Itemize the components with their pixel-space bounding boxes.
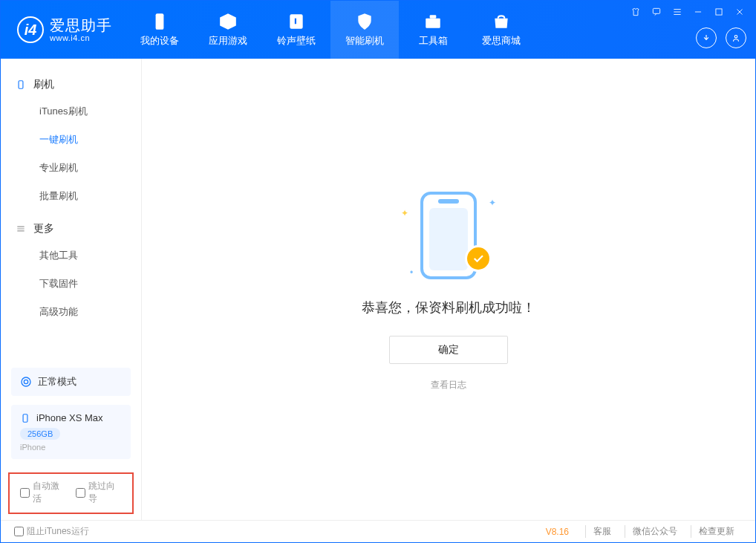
bottom-checks-highlighted: 自动激活 跳过向导 — [8, 472, 134, 514]
sidebar-head-label: 更多 — [33, 222, 54, 235]
tab-apps[interactable]: 应用游戏 — [194, 1, 262, 59]
device-name: iPhone XS Max — [36, 412, 103, 423]
footer: 阻止iTunes运行 V8.16 客服 微信公众号 检查更新 — [1, 520, 755, 542]
svg-rect-7 — [19, 81, 23, 89]
sidebar-item-advanced[interactable]: 高级功能 — [1, 298, 141, 326]
svg-point-9 — [22, 377, 30, 386]
sidebar-item-itunes[interactable]: iTunes刷机 — [1, 97, 141, 126]
sparkle-icon: ✦ — [489, 198, 496, 208]
tshirt-icon[interactable] — [629, 5, 642, 19]
tab-label: 铃声壁纸 — [277, 34, 316, 48]
device-name-row: iPhone XS Max — [20, 412, 122, 423]
svg-rect-4 — [653, 8, 659, 13]
check-label: 跳过向导 — [88, 480, 123, 505]
svg-point-6 — [734, 36, 737, 39]
success-illustration: ✦ ✦ • — [397, 187, 501, 284]
sidebar: 刷机 iTunes刷机 一键刷机 专业刷机 批量刷机 更多 其他工具 下载固件 … — [1, 59, 142, 520]
sidebar-more-section: 更多 其他工具 下载固件 高级功能 — [1, 216, 141, 332]
version-label: V8.16 — [546, 527, 569, 537]
app-header: i4 爱思助手 www.i4.cn 我的设备 应用游戏 铃声壁纸 智能刷机 工具… — [1, 1, 755, 59]
main-tabs: 我的设备 应用游戏 铃声壁纸 智能刷机 工具箱 爱思商城 — [126, 1, 535, 59]
tab-label: 智能刷机 — [345, 34, 384, 48]
body: 刷机 iTunes刷机 一键刷机 专业刷机 批量刷机 更多 其他工具 下载固件 … — [1, 59, 755, 520]
store-icon — [492, 12, 511, 31]
footer-service-link[interactable]: 客服 — [585, 525, 619, 538]
device-capacity: 256GB — [20, 428, 60, 440]
svg-rect-0 — [156, 13, 164, 30]
cube-icon — [218, 12, 238, 31]
svg-rect-5 — [716, 9, 722, 15]
view-log-link[interactable]: 查看日志 — [431, 379, 466, 391]
checkbox[interactable] — [20, 488, 30, 498]
shield-icon — [355, 12, 374, 31]
list-icon — [16, 224, 26, 234]
device-mode-label: 正常模式 — [38, 375, 76, 388]
check-badge-icon — [465, 245, 492, 272]
maximize-icon[interactable] — [712, 5, 726, 19]
check-label: 自动激活 — [33, 480, 67, 505]
phone-icon — [16, 79, 26, 90]
header-right — [629, 1, 746, 59]
check-block-itunes[interactable]: 阻止iTunes运行 — [14, 525, 89, 538]
check-label: 阻止iTunes运行 — [27, 525, 89, 538]
music-icon — [287, 12, 306, 31]
svg-rect-2 — [426, 19, 440, 28]
sidebar-head-label: 刷机 — [33, 78, 54, 91]
header-actions — [696, 27, 746, 48]
menu-icon[interactable] — [671, 5, 684, 19]
sidebar-head-flash: 刷机 — [1, 72, 141, 97]
sidebar-item-oneclick[interactable]: 一键刷机 — [1, 126, 141, 154]
sidebar-item-other[interactable]: 其他工具 — [1, 241, 141, 270]
mode-icon — [20, 376, 32, 388]
user-icon[interactable] — [726, 27, 746, 48]
tab-ringtones[interactable]: 铃声壁纸 — [262, 1, 330, 59]
ok-button[interactable]: 确定 — [389, 336, 508, 364]
sidebar-item-firmware[interactable]: 下载固件 — [1, 270, 141, 298]
sidebar-item-pro[interactable]: 专业刷机 — [1, 154, 141, 182]
sidebar-item-batch[interactable]: 批量刷机 — [1, 182, 141, 210]
logo-icon: i4 — [17, 16, 44, 43]
footer-wechat-link[interactable]: 微信公众号 — [625, 525, 685, 538]
svg-rect-10 — [23, 414, 27, 422]
toolbox-icon — [423, 12, 443, 31]
download-icon[interactable] — [696, 27, 717, 48]
tab-label: 爱思商城 — [482, 34, 521, 48]
check-skip-guide[interactable]: 跳过向导 — [76, 480, 123, 505]
app-name-en: www.i4.cn — [50, 33, 112, 42]
device-type: iPhone — [20, 443, 122, 452]
tab-toolbox[interactable]: 工具箱 — [399, 1, 467, 59]
logo-text: 爱思助手 www.i4.cn — [50, 17, 112, 42]
checkbox[interactable] — [14, 527, 24, 536]
minimize-icon[interactable] — [691, 5, 705, 19]
window-controls — [629, 5, 746, 19]
tab-store[interactable]: 爱思商城 — [467, 1, 535, 59]
sidebar-head-more: 更多 — [1, 216, 141, 241]
tab-label: 我的设备 — [140, 34, 179, 48]
svg-rect-3 — [430, 15, 437, 18]
tab-label: 应用游戏 — [209, 34, 247, 48]
device-mode-box[interactable]: 正常模式 — [11, 368, 131, 396]
sparkle-icon: • — [410, 267, 413, 278]
svg-point-8 — [24, 380, 27, 383]
logo[interactable]: i4 爱思助手 www.i4.cn — [1, 16, 126, 43]
tab-my-device[interactable]: 我的设备 — [126, 1, 194, 59]
checkbox[interactable] — [76, 488, 85, 498]
footer-update-link[interactable]: 检查更新 — [691, 525, 742, 538]
device-phone-icon — [20, 413, 30, 423]
success-title: 恭喜您，保资料刷机成功啦！ — [362, 299, 535, 316]
sidebar-flash-section: 刷机 iTunes刷机 一键刷机 专业刷机 批量刷机 — [1, 72, 141, 216]
device-icon — [150, 12, 169, 31]
close-icon[interactable] — [733, 5, 746, 19]
feedback-icon[interactable] — [650, 5, 663, 19]
app-name-cn: 爱思助手 — [50, 17, 112, 33]
sparkle-icon: ✦ — [401, 208, 408, 218]
device-detail-box[interactable]: iPhone XS Max 256GB iPhone — [11, 405, 131, 459]
tab-label: 工具箱 — [419, 34, 448, 48]
tab-smart-flash[interactable]: 智能刷机 — [330, 1, 399, 59]
check-auto-activate[interactable]: 自动激活 — [20, 480, 67, 505]
main-content: ✦ ✦ • 恭喜您，保资料刷机成功啦！ 确定 查看日志 — [142, 59, 755, 520]
